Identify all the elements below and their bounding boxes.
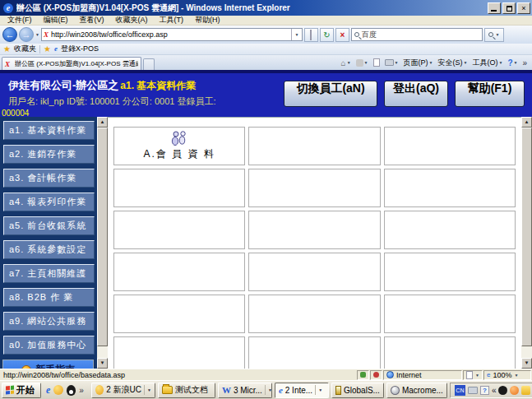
input-method-indicator[interactable]: CN — [455, 385, 465, 396]
title-bar[interactable]: e 辦公區 (X-POS加盟商)V1.04[X-POS 雲通網] - Windo… — [0, 0, 532, 16]
group-dropdown[interactable]: ▼ — [315, 385, 322, 395]
sidebar-item-a2-inventory[interactable]: a2. 進銷存作業 — [3, 145, 95, 164]
uc-quicklaunch-icon[interactable] — [53, 385, 63, 395]
scroll-up-icon[interactable]: ▲ — [521, 117, 532, 128]
empty-tile[interactable] — [248, 169, 380, 207]
restore-button[interactable] — [502, 2, 516, 14]
help-button[interactable]: 幫助(F1) — [455, 81, 525, 107]
empty-tile[interactable] — [384, 336, 516, 369]
read-mail-button[interactable] — [373, 58, 380, 67]
tray-printer-icon[interactable] — [468, 387, 478, 394]
menu-tools[interactable]: 工具(T) — [154, 15, 190, 26]
logout-button[interactable]: 登出(aQ) — [384, 81, 448, 107]
menu-edit[interactable]: 编辑(E) — [38, 15, 74, 26]
menu-favorites[interactable]: 收藏夹(A) — [110, 15, 154, 26]
scroll-up-icon[interactable]: ▲ — [97, 117, 108, 128]
qq-quicklaunch-icon[interactable] — [67, 385, 76, 396]
taskbar-button-ie-group[interactable]: e 2 Inte... ▼ — [275, 383, 329, 398]
zoom-control[interactable]: e 100% ▼ — [483, 370, 531, 380]
tools-menu-button[interactable]: 工具(O)▼ — [472, 58, 502, 68]
toolbar-overflow-button[interactable]: » — [522, 58, 527, 67]
safety-menu-button[interactable]: 安全(S)▼ — [437, 58, 467, 68]
menu-file[interactable]: 文件(F) — [2, 15, 38, 26]
print-button[interactable]: ▼ — [385, 59, 399, 66]
feeds-dropdown[interactable]: ▼ — [364, 60, 368, 65]
empty-tile[interactable] — [248, 295, 380, 333]
empty-tile[interactable] — [384, 169, 516, 207]
protected-mode-pane[interactable]: ▼ — [463, 370, 483, 380]
address-input[interactable]: X http://win2008/tw/office/officexp.asp … — [41, 28, 303, 41]
tools-menu-dropdown[interactable]: ▼ — [498, 60, 502, 65]
sidebar-item-a1-basic-data[interactable]: a1. 基本資料作業 — [3, 121, 95, 140]
scroll-down-icon[interactable]: ▼ — [97, 358, 108, 369]
taskbar-button-sina-uc[interactable]: 2 新浪UC ▼ — [91, 383, 155, 398]
sidebar-scroll-thumb[interactable] — [97, 128, 108, 346]
sidebar-item-a6-system-params[interactable]: a6. 系統參數設定 — [3, 240, 95, 259]
search-go-button[interactable]: ▼ — [484, 28, 504, 42]
group-dropdown[interactable]: ▼ — [144, 385, 151, 395]
scroll-down-icon[interactable]: ▼ — [521, 358, 532, 369]
add-favorite-icon[interactable]: ★ — [44, 44, 51, 53]
sidebar-scrollbar[interactable]: ▲ ▼ — [97, 117, 108, 369]
main-scroll-thumb[interactable] — [521, 128, 532, 346]
favorites-button[interactable]: 收藏夹 — [14, 44, 36, 54]
refresh-button[interactable]: ↻ — [320, 28, 334, 42]
home-button[interactable]: ⌂▼ — [341, 58, 351, 67]
sidebar-item-a7-homepage[interactable]: a7. 主頁相關維護 — [3, 264, 95, 283]
sidebar-item-a8-b2b[interactable]: a8. B2B 作 業 — [3, 288, 95, 307]
page-menu-dropdown[interactable]: ▼ — [429, 60, 433, 65]
empty-tile[interactable] — [113, 169, 245, 207]
tile-member-data[interactable]: A.會 員 資 料 — [113, 127, 245, 165]
taskbar-button-globalscape[interactable]: GlobalS... — [331, 383, 384, 398]
minimize-button[interactable] — [488, 2, 501, 14]
history-dropdown[interactable]: ▼ — [35, 32, 39, 37]
empty-tile[interactable] — [113, 211, 245, 249]
sidebar-scroll-track[interactable] — [97, 128, 108, 358]
back-button[interactable]: ← — [2, 27, 17, 42]
search-options-dropdown[interactable]: ▼ — [495, 32, 499, 37]
empty-tile[interactable] — [113, 253, 245, 291]
taskbar-button-test-docs[interactable]: 测试文档 — [158, 383, 215, 398]
start-button[interactable]: 开始 — [2, 383, 41, 398]
tray-expand-icon[interactable]: « — [492, 386, 497, 395]
address-dropdown[interactable]: ▼ — [291, 29, 302, 40]
ie-quicklaunch-icon[interactable]: e — [46, 385, 50, 395]
print-dropdown[interactable]: ▼ — [395, 60, 399, 65]
main-scroll-track[interactable] — [521, 128, 532, 358]
main-scrollbar[interactable]: ▲ ▼ — [521, 117, 532, 369]
home-dropdown[interactable]: ▼ — [347, 60, 351, 65]
tray-help-icon[interactable]: ? — [480, 386, 489, 395]
stop-button[interactable]: × — [335, 28, 349, 42]
close-button[interactable]: × — [517, 2, 530, 14]
forward-button[interactable]: → — [19, 27, 34, 42]
sidebar-item-a5-pos[interactable]: a5. 前台收銀系統 — [3, 216, 95, 235]
protected-mode-dropdown[interactable]: ▼ — [475, 373, 479, 378]
menu-help[interactable]: 帮助(H) — [189, 15, 226, 26]
sidebar-item-a3-accounting[interactable]: a3. 會計帳作業 — [3, 169, 95, 188]
sidebar-item-a4-reports[interactable]: a4. 報表列印作業 — [3, 193, 95, 211]
help-menu-dropdown[interactable]: ▼ — [513, 60, 517, 65]
taskbar-button-macromedia[interactable]: Macrome... — [386, 383, 447, 398]
group-dropdown[interactable]: ▼ — [265, 385, 272, 395]
empty-tile[interactable] — [113, 295, 245, 333]
page-menu-button[interactable]: 页面(P)▼ — [404, 58, 433, 68]
zoom-dropdown[interactable]: ▼ — [514, 373, 518, 378]
empty-tile[interactable] — [248, 336, 380, 369]
quicklaunch-overflow[interactable]: » — [79, 386, 84, 395]
empty-tile[interactable] — [384, 211, 516, 249]
compatibility-view-button[interactable] — [304, 28, 318, 42]
search-input[interactable]: 百度 — [351, 28, 483, 41]
safety-menu-dropdown[interactable]: ▼ — [463, 60, 467, 65]
tab-active[interactable]: X 辦公區 (X-POS加盟商)V1.04[X-POS 雲通網] — [2, 57, 141, 70]
tray-qq-icon[interactable] — [498, 386, 507, 395]
empty-tile[interactable] — [384, 295, 516, 333]
empty-tile[interactable] — [384, 127, 516, 165]
sidebar-item-a0-value-added[interactable]: a0. 加值服務中心 — [3, 336, 95, 355]
empty-tile[interactable] — [248, 127, 380, 165]
switch-employee-button[interactable]: 切換員工(aN) — [284, 81, 377, 107]
empty-tile[interactable] — [248, 211, 380, 249]
menu-view[interactable]: 查看(V) — [74, 15, 110, 26]
new-tab-button[interactable] — [143, 58, 155, 70]
taskbar-button-word-group[interactable]: W 3 Micr... ▼ — [218, 383, 272, 398]
tray-uc-icon[interactable] — [510, 386, 519, 395]
